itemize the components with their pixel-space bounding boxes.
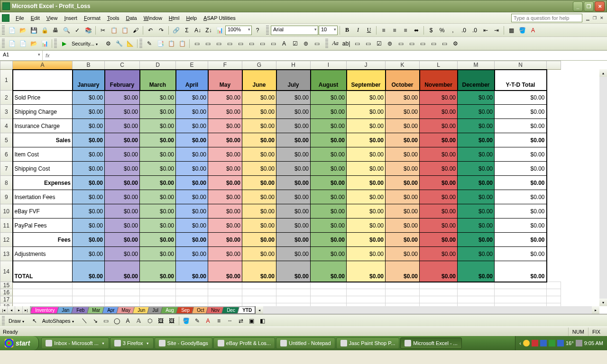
toolbar-button[interactable]: 📂: [28, 38, 39, 49]
cell[interactable]: $0.00: [458, 218, 495, 233]
cell[interactable]: Expenses: [13, 176, 73, 190]
tray-clock[interactable]: 9:05 AM: [584, 340, 603, 346]
cell[interactable]: November: [420, 70, 458, 91]
italic-button[interactable]: I: [353, 25, 363, 36]
menu-file[interactable]: File: [12, 14, 28, 22]
cell[interactable]: June: [242, 70, 276, 91]
cell[interactable]: $0.00: [140, 218, 176, 233]
underline-button[interactable]: U: [364, 25, 374, 36]
cell[interactable]: $0.00: [420, 119, 458, 133]
open-button[interactable]: 📂: [18, 25, 28, 36]
vba-button[interactable]: ⚙: [103, 38, 113, 49]
cell[interactable]: $0.00: [347, 233, 386, 247]
cell[interactable]: [458, 289, 495, 296]
cell[interactable]: $0.00: [105, 162, 140, 176]
cell[interactable]: $0.00: [276, 133, 311, 147]
cell[interactable]: $0.00: [311, 247, 347, 261]
cell[interactable]: $0.00: [140, 176, 176, 190]
toolbar-button[interactable]: ▭: [417, 38, 428, 49]
cell[interactable]: $0.00: [73, 147, 105, 162]
row-header[interactable]: 5: [0, 133, 13, 147]
cell[interactable]: [176, 289, 208, 296]
sort-asc-button[interactable]: A↓: [193, 25, 203, 36]
cell[interactable]: $0.00: [347, 91, 386, 105]
cell[interactable]: $0.00: [242, 176, 276, 190]
cell[interactable]: $0.00: [386, 233, 420, 247]
column-header[interactable]: K: [386, 61, 420, 70]
cell[interactable]: $0.00: [176, 190, 208, 204]
toolbar-button[interactable]: ☑: [290, 38, 300, 49]
cell[interactable]: $0.00: [495, 91, 547, 105]
cell[interactable]: $0.00: [458, 190, 495, 204]
cell[interactable]: $0.00: [176, 162, 208, 176]
cell[interactable]: $0.00: [73, 176, 105, 190]
column-header[interactable]: J: [347, 61, 386, 70]
cell[interactable]: Adjustments: [13, 247, 73, 261]
cell[interactable]: $0.00: [420, 162, 458, 176]
tab-last-button[interactable]: ▸|: [23, 306, 30, 314]
column-header[interactable]: H: [276, 61, 311, 70]
toolbar-button[interactable]: Aa: [330, 38, 340, 49]
align-left-button[interactable]: ≡: [378, 25, 389, 36]
cell[interactable]: $0.00: [208, 218, 242, 233]
row-header[interactable]: 16: [0, 289, 13, 296]
menu-edit[interactable]: Edit: [28, 14, 43, 22]
cell[interactable]: $0.00: [276, 204, 311, 218]
row-header[interactable]: 14: [0, 261, 13, 282]
zoom-combo[interactable]: 100%: [225, 26, 252, 35]
toolbar-button[interactable]: ⊚: [385, 38, 395, 49]
cell[interactable]: $0.00: [242, 204, 276, 218]
cell[interactable]: [347, 289, 386, 296]
tray-icon[interactable]: [540, 340, 547, 346]
cell[interactable]: [208, 282, 242, 289]
cell[interactable]: $0.00: [73, 247, 105, 261]
cell[interactable]: $0.00: [420, 147, 458, 162]
column-header[interactable]: F: [208, 61, 242, 70]
toolbar-button[interactable]: ▭: [312, 38, 322, 49]
cell[interactable]: $0.00: [311, 147, 347, 162]
oval-button[interactable]: ◯: [112, 316, 122, 326]
toolbar-button[interactable]: ▭: [428, 38, 439, 49]
cell[interactable]: Sold Price: [13, 91, 73, 105]
row-header[interactable]: 3: [0, 105, 13, 119]
toolbar-button[interactable]: ▭: [224, 38, 235, 49]
cell[interactable]: $0.00: [495, 133, 547, 147]
cell[interactable]: [458, 296, 495, 303]
menu-view[interactable]: View: [43, 14, 61, 22]
align-center-button[interactable]: ≡: [389, 25, 400, 36]
cell[interactable]: $0.00: [140, 247, 176, 261]
cell[interactable]: $0.00: [420, 261, 458, 282]
column-header[interactable]: B: [73, 61, 105, 70]
save-button[interactable]: 💾: [28, 25, 39, 36]
cell[interactable]: $0.00: [276, 162, 311, 176]
select-objects-button[interactable]: ↖: [29, 316, 40, 326]
row-header[interactable]: 11: [0, 218, 13, 233]
cell[interactable]: $0.00: [420, 247, 458, 261]
menu-html[interactable]: Html: [166, 14, 183, 22]
row-header[interactable]: 4: [0, 119, 13, 133]
cell[interactable]: $0.00: [242, 119, 276, 133]
rectangle-button[interactable]: ▭: [101, 316, 111, 326]
toolbar-grip[interactable]: [2, 39, 5, 48]
cell[interactable]: $0.00: [176, 105, 208, 119]
format-painter-button[interactable]: 🖌: [130, 25, 141, 36]
cell[interactable]: [13, 289, 73, 296]
doc-close-button[interactable]: ✕: [598, 15, 605, 21]
cell[interactable]: $0.00: [208, 133, 242, 147]
3d-button[interactable]: ◧: [258, 316, 268, 326]
toolbar-button[interactable]: ▭: [406, 38, 417, 49]
font-combo[interactable]: Arial: [271, 26, 318, 35]
tray-icon[interactable]: [557, 340, 564, 346]
cell[interactable]: $0.00: [176, 176, 208, 190]
cell[interactable]: $0.00: [458, 204, 495, 218]
toolbar-button[interactable]: A: [279, 38, 289, 49]
cell[interactable]: [495, 282, 547, 289]
percent-button[interactable]: %: [437, 25, 447, 36]
tray-icon[interactable]: [523, 340, 530, 346]
column-header[interactable]: D: [140, 61, 176, 70]
paste-button[interactable]: 📋: [120, 25, 130, 36]
row-header[interactable]: 7: [0, 162, 13, 176]
cell[interactable]: $0.00: [420, 91, 458, 105]
menu-help[interactable]: Help: [183, 14, 200, 22]
menu-format[interactable]: Format: [81, 14, 104, 22]
